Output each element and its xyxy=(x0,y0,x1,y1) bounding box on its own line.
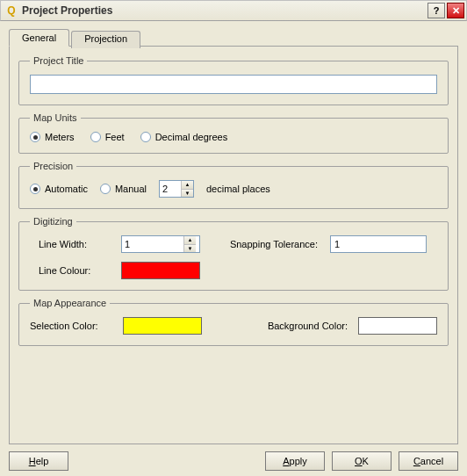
line-width-stepper[interactable]: ▲ ▼ xyxy=(121,235,200,253)
legend-map-appearance: Map Appearance xyxy=(30,298,110,308)
btn-rest: pply xyxy=(290,456,307,466)
line-width-value[interactable] xyxy=(122,236,183,252)
tab-page-general: Project Title Map Units Meters Feet Deci… xyxy=(9,46,458,444)
tab-projection[interactable]: Projection xyxy=(71,31,140,48)
radio-icon xyxy=(100,184,111,194)
radio-manual[interactable]: Manual xyxy=(100,184,147,194)
legend-digitizing: Digitizing xyxy=(30,216,76,227)
btn-rest: elp xyxy=(36,456,49,466)
dialog-body: General Projection Project Title Map Uni… xyxy=(0,21,467,476)
selection-color-label: Selection Color: xyxy=(30,321,118,331)
group-map-appearance: Map Appearance Selection Color: Backgrou… xyxy=(18,298,449,346)
radio-icon xyxy=(140,132,151,142)
snapping-tolerance-label: Snapping Tolerance: xyxy=(211,239,325,249)
selection-color-swatch[interactable] xyxy=(123,317,202,335)
radio-label: Decimal degrees xyxy=(155,132,228,142)
radio-meters[interactable]: Meters xyxy=(30,132,75,142)
radio-icon xyxy=(30,184,40,194)
help-title-button[interactable]: ? xyxy=(427,3,445,18)
tab-general[interactable]: General xyxy=(9,29,69,47)
ok-button[interactable]: OK xyxy=(332,451,392,471)
decimal-places-suffix: decimal places xyxy=(206,184,270,194)
btn-rest: K xyxy=(363,456,369,466)
decimal-places-value[interactable] xyxy=(160,181,181,197)
line-width-label: Line Width: xyxy=(39,239,116,249)
radio-icon xyxy=(90,132,101,142)
line-colour-swatch[interactable] xyxy=(121,262,200,279)
radio-feet[interactable]: Feet xyxy=(90,132,125,142)
tab-strip: General Projection xyxy=(9,29,458,47)
close-title-button[interactable]: ✕ xyxy=(447,3,464,18)
tab-label: Projection xyxy=(84,33,127,44)
legend-map-units: Map Units xyxy=(30,112,81,123)
cancel-button[interactable]: Cancel xyxy=(399,451,458,471)
background-color-label: Background Color: xyxy=(256,321,353,331)
apply-button[interactable]: Apply xyxy=(265,451,325,471)
group-precision: Precision Automatic Manual ▲ ▼ d xyxy=(18,161,449,209)
step-down-icon[interactable]: ▼ xyxy=(184,245,196,253)
radio-automatic[interactable]: Automatic xyxy=(30,184,88,194)
legend-project-title: Project Title xyxy=(30,55,87,66)
radio-label: Feet xyxy=(105,132,125,142)
legend-precision: Precision xyxy=(30,161,76,171)
button-bar: Help Apply OK Cancel xyxy=(9,451,458,471)
btn-rest: ancel xyxy=(420,456,443,466)
group-project-title: Project Title xyxy=(18,55,449,105)
titlebar: Q Project Properties ? ✕ xyxy=(0,0,467,21)
app-icon: Q xyxy=(4,4,18,18)
help-button[interactable]: Help xyxy=(9,451,68,471)
tab-label: General xyxy=(22,32,56,43)
decimal-places-stepper[interactable]: ▲ ▼ xyxy=(159,180,194,198)
group-map-units: Map Units Meters Feet Decimal degrees xyxy=(18,112,449,154)
snapping-tolerance-input[interactable] xyxy=(330,235,427,253)
window-title: Project Properties xyxy=(22,4,112,17)
radio-label: Automatic xyxy=(45,184,88,194)
close-icon: ✕ xyxy=(452,5,460,17)
radio-label: Manual xyxy=(115,184,147,194)
radio-icon xyxy=(30,132,40,142)
radio-label: Meters xyxy=(45,132,75,142)
project-title-input[interactable] xyxy=(30,75,437,94)
step-up-icon[interactable]: ▲ xyxy=(182,181,193,190)
radio-decimal-degrees[interactable]: Decimal degrees xyxy=(140,132,228,142)
group-digitizing: Digitizing Line Width: ▲ ▼ Snapping Tole… xyxy=(18,216,449,291)
step-down-icon[interactable]: ▼ xyxy=(182,190,193,198)
line-colour-label: Line Colour: xyxy=(39,265,116,276)
background-color-swatch[interactable] xyxy=(358,317,437,335)
step-up-icon[interactable]: ▲ xyxy=(184,236,196,245)
